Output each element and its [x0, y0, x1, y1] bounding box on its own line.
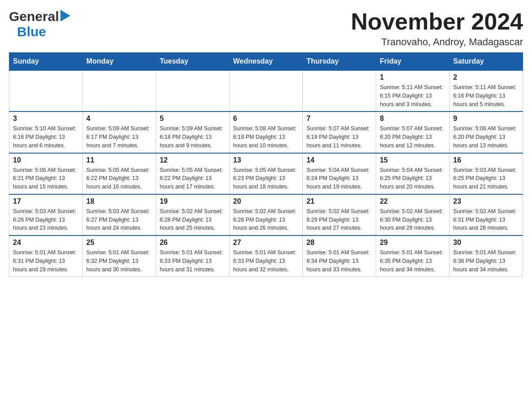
day-number: 23 — [453, 197, 519, 206]
day-info: Sunrise: 5:10 AM Sunset: 6:16 PM Dayligh… — [13, 124, 79, 150]
location-subtitle: Tranovaho, Androy, Madagascar — [351, 36, 523, 48]
day-number: 25 — [86, 239, 152, 247]
day-info: Sunrise: 5:02 AM Sunset: 6:29 PM Dayligh… — [306, 207, 372, 232]
day-info: Sunrise: 5:01 AM Sunset: 6:34 PM Dayligh… — [306, 248, 372, 274]
calendar-cell: 14Sunrise: 5:04 AM Sunset: 6:24 PM Dayli… — [303, 153, 376, 194]
calendar-week-row: 17Sunrise: 5:03 AM Sunset: 6:26 PM Dayli… — [9, 194, 523, 235]
calendar-cell: 27Sunrise: 5:01 AM Sunset: 6:33 PM Dayli… — [229, 235, 303, 277]
calendar-cell: 30Sunrise: 5:01 AM Sunset: 6:36 PM Dayli… — [450, 235, 523, 277]
day-info: Sunrise: 5:05 AM Sunset: 6:22 PM Dayligh… — [86, 166, 152, 191]
calendar-cell: 16Sunrise: 5:03 AM Sunset: 6:25 PM Dayli… — [450, 153, 523, 194]
day-info: Sunrise: 5:11 AM Sunset: 6:16 PM Dayligh… — [453, 83, 519, 108]
day-number: 17 — [13, 197, 79, 206]
day-number: 21 — [306, 197, 372, 206]
calendar-cell: 20Sunrise: 5:02 AM Sunset: 6:28 PM Dayli… — [229, 194, 303, 235]
logo: General Blue — [9, 9, 70, 39]
calendar-cell: 29Sunrise: 5:01 AM Sunset: 6:35 PM Dayli… — [376, 235, 450, 277]
day-number: 5 — [160, 115, 226, 123]
day-number: 15 — [380, 156, 446, 164]
calendar-cell: 8Sunrise: 5:07 AM Sunset: 6:20 PM Daylig… — [376, 111, 450, 153]
calendar-cell: 7Sunrise: 5:07 AM Sunset: 6:19 PM Daylig… — [303, 111, 376, 153]
calendar-cell: 9Sunrise: 5:06 AM Sunset: 6:20 PM Daylig… — [450, 111, 523, 153]
calendar-cell: 6Sunrise: 5:08 AM Sunset: 6:18 PM Daylig… — [229, 111, 303, 153]
logo-blue-text: Blue — [17, 24, 46, 39]
day-info: Sunrise: 5:01 AM Sunset: 6:31 PM Dayligh… — [13, 248, 79, 274]
day-info: Sunrise: 5:03 AM Sunset: 6:25 PM Dayligh… — [453, 166, 519, 191]
day-number: 3 — [13, 115, 79, 123]
day-info: Sunrise: 5:09 AM Sunset: 6:18 PM Dayligh… — [160, 124, 226, 150]
col-header-wednesday: Wednesday — [229, 53, 303, 71]
day-number: 9 — [453, 115, 519, 123]
day-number: 29 — [380, 239, 446, 247]
col-header-friday: Friday — [376, 53, 450, 71]
day-number: 18 — [86, 197, 152, 206]
day-info: Sunrise: 5:03 AM Sunset: 6:27 PM Dayligh… — [86, 207, 152, 232]
calendar-cell: 19Sunrise: 5:02 AM Sunset: 6:28 PM Dayli… — [156, 194, 229, 235]
calendar-cell — [156, 70, 229, 111]
calendar-cell: 24Sunrise: 5:01 AM Sunset: 6:31 PM Dayli… — [9, 235, 83, 277]
day-number: 24 — [13, 239, 79, 247]
calendar-cell: 23Sunrise: 5:02 AM Sunset: 6:31 PM Dayli… — [450, 194, 523, 235]
day-info: Sunrise: 5:01 AM Sunset: 6:33 PM Dayligh… — [233, 248, 299, 274]
calendar-cell: 1Sunrise: 5:11 AM Sunset: 6:15 PM Daylig… — [376, 70, 450, 111]
calendar-cell: 18Sunrise: 5:03 AM Sunset: 6:27 PM Dayli… — [82, 194, 156, 235]
day-number: 12 — [160, 156, 226, 164]
calendar-week-row: 24Sunrise: 5:01 AM Sunset: 6:31 PM Dayli… — [9, 235, 523, 277]
day-number: 10 — [13, 156, 79, 164]
day-info: Sunrise: 5:02 AM Sunset: 6:31 PM Dayligh… — [453, 207, 519, 232]
calendar-cell: 5Sunrise: 5:09 AM Sunset: 6:18 PM Daylig… — [156, 111, 229, 153]
col-header-monday: Monday — [82, 53, 156, 71]
calendar-cell: 22Sunrise: 5:02 AM Sunset: 6:30 PM Dayli… — [376, 194, 450, 235]
calendar-cell: 17Sunrise: 5:03 AM Sunset: 6:26 PM Dayli… — [9, 194, 83, 235]
day-info: Sunrise: 5:05 AM Sunset: 6:22 PM Dayligh… — [160, 166, 226, 191]
day-info: Sunrise: 5:04 AM Sunset: 6:25 PM Dayligh… — [380, 166, 446, 191]
calendar-cell: 10Sunrise: 5:06 AM Sunset: 6:21 PM Dayli… — [9, 153, 83, 194]
calendar-cell: 25Sunrise: 5:01 AM Sunset: 6:32 PM Dayli… — [82, 235, 156, 277]
day-number: 28 — [306, 239, 372, 247]
day-info: Sunrise: 5:01 AM Sunset: 6:36 PM Dayligh… — [453, 248, 519, 274]
calendar-cell: 2Sunrise: 5:11 AM Sunset: 6:16 PM Daylig… — [450, 70, 523, 111]
calendar-cell — [303, 70, 376, 111]
day-info: Sunrise: 5:05 AM Sunset: 6:23 PM Dayligh… — [233, 166, 299, 191]
calendar-cell: 3Sunrise: 5:10 AM Sunset: 6:16 PM Daylig… — [9, 111, 83, 153]
day-info: Sunrise: 5:11 AM Sunset: 6:15 PM Dayligh… — [380, 83, 446, 108]
day-info: Sunrise: 5:03 AM Sunset: 6:26 PM Dayligh… — [13, 207, 79, 232]
day-number: 26 — [160, 239, 226, 247]
calendar-cell: 12Sunrise: 5:05 AM Sunset: 6:22 PM Dayli… — [156, 153, 229, 194]
logo-arrow-icon — [60, 10, 70, 23]
calendar-cell — [9, 70, 83, 111]
calendar-cell — [82, 70, 156, 111]
calendar-cell: 28Sunrise: 5:01 AM Sunset: 6:34 PM Dayli… — [303, 235, 376, 277]
day-number: 7 — [306, 115, 372, 123]
col-header-saturday: Saturday — [450, 53, 523, 71]
day-info: Sunrise: 5:04 AM Sunset: 6:24 PM Dayligh… — [306, 166, 372, 191]
day-info: Sunrise: 5:09 AM Sunset: 6:17 PM Dayligh… — [86, 124, 152, 150]
calendar-cell: 13Sunrise: 5:05 AM Sunset: 6:23 PM Dayli… — [229, 153, 303, 194]
calendar-week-row: 3Sunrise: 5:10 AM Sunset: 6:16 PM Daylig… — [9, 111, 523, 153]
calendar-cell: 21Sunrise: 5:02 AM Sunset: 6:29 PM Dayli… — [303, 194, 376, 235]
page-header: General Blue November 2024 Tranovaho, An… — [9, 9, 523, 48]
day-number: 8 — [380, 115, 446, 123]
day-info: Sunrise: 5:01 AM Sunset: 6:32 PM Dayligh… — [86, 248, 152, 274]
calendar-table: SundayMondayTuesdayWednesdayThursdayFrid… — [9, 52, 523, 277]
calendar-cell — [229, 70, 303, 111]
col-header-sunday: Sunday — [9, 53, 83, 71]
calendar-week-row: 10Sunrise: 5:06 AM Sunset: 6:21 PM Dayli… — [9, 153, 523, 194]
day-info: Sunrise: 5:07 AM Sunset: 6:19 PM Dayligh… — [306, 124, 372, 150]
calendar-week-row: 1Sunrise: 5:11 AM Sunset: 6:15 PM Daylig… — [9, 70, 523, 111]
day-info: Sunrise: 5:06 AM Sunset: 6:21 PM Dayligh… — [13, 166, 79, 191]
day-info: Sunrise: 5:06 AM Sunset: 6:20 PM Dayligh… — [453, 124, 519, 150]
logo-general-text: General — [9, 9, 59, 24]
day-number: 2 — [453, 73, 519, 81]
svg-marker-0 — [60, 10, 70, 21]
day-info: Sunrise: 5:08 AM Sunset: 6:18 PM Dayligh… — [233, 124, 299, 150]
day-info: Sunrise: 5:02 AM Sunset: 6:30 PM Dayligh… — [380, 207, 446, 232]
day-number: 1 — [380, 73, 446, 81]
day-number: 22 — [380, 197, 446, 206]
day-info: Sunrise: 5:01 AM Sunset: 6:35 PM Dayligh… — [380, 248, 446, 274]
day-number: 30 — [453, 239, 519, 247]
day-number: 16 — [453, 156, 519, 164]
day-number: 6 — [233, 115, 299, 123]
calendar-cell: 11Sunrise: 5:05 AM Sunset: 6:22 PM Dayli… — [82, 153, 156, 194]
day-number: 4 — [86, 115, 152, 123]
